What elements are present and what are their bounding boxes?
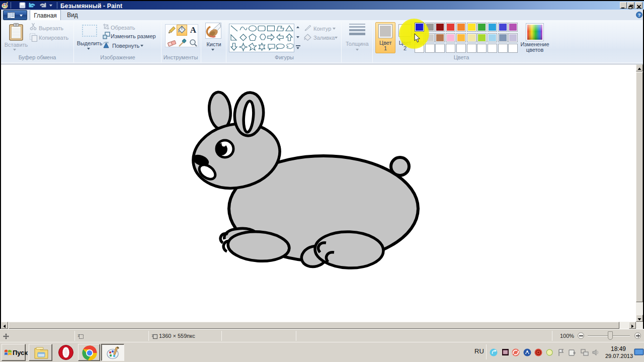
svg-text:?: ? — [638, 12, 641, 18]
